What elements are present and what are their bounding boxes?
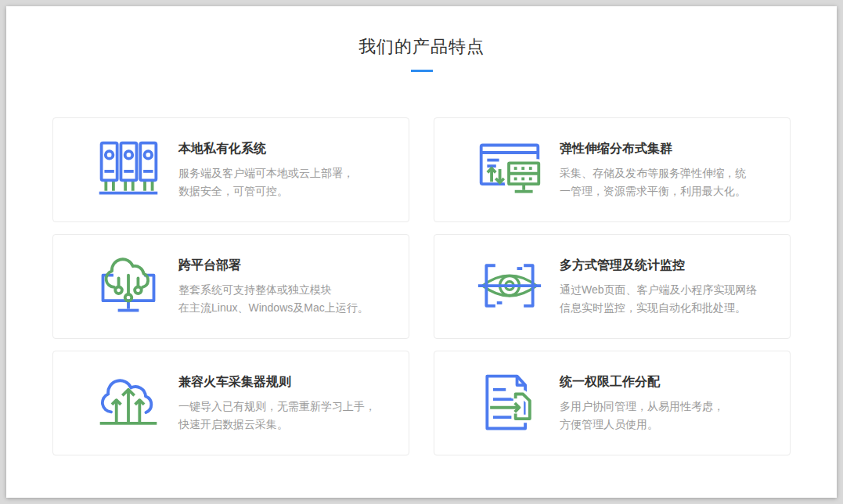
desc-line: 方便管理人员使用。 [560,418,658,430]
feature-card-elastic-cluster: 弹性伸缩分布式集群 采集、存储及发布等服务弹性伸缩，统 一管理，资源需求平衡，利… [434,117,791,222]
desc-line: 快速开启数据云采集。 [178,418,288,430]
document-assign-icon [476,369,543,437]
feature-text: 兼容火车采集器规则 一键导入已有规则，无需重新学习上手， 快速开启数据云采集。 [178,373,409,434]
desc-line: 在主流Linux、Windows及Mac上运行。 [178,301,369,314]
desc-line: 多用户协同管理，从易用性考虑， [560,400,724,412]
feature-title: 多方式管理及统计监控 [560,257,774,274]
title-underline [411,70,433,72]
feature-card-permissions: 统一权限工作分配 多用户协同管理，从易用性考虑， 方便管理人员使用。 [434,351,791,455]
feature-title: 本地私有化系统 [178,140,393,157]
feature-title: 跨平台部署 [178,257,393,274]
feature-title: 兼容火车采集器规则 [178,373,393,391]
cloud-import-icon [95,369,162,437]
elastic-cluster-icon [476,136,543,203]
feature-card-import-rules: 兼容火车采集器规则 一键导入已有规则，无需重新学习上手， 快速开启数据云采集。 [52,351,409,455]
feature-text: 本地私有化系统 服务端及客户端可本地或云上部署， 数据安全，可管可控。 [178,140,409,200]
desc-line: 一管理，资源需求平衡，利用最大化。 [560,185,746,197]
desc-line: 采集、存储及发布等服务弹性伸缩，统 [560,167,746,179]
features-section: 我们的产品特点 [6,6,837,498]
feature-description: 整套系统可支持整体或独立模块 在主流Linux、Windows及Mac上运行。 [178,281,393,317]
section-header: 我们的产品特点 [6,6,837,72]
feature-text: 弹性伸缩分布式集群 采集、存储及发布等服务弹性伸缩，统 一管理，资源需求平衡，利… [560,140,790,200]
feature-description: 多用户协同管理，从易用性考虑， 方便管理人员使用。 [560,398,774,434]
desc-line: 服务端及客户端可本地或云上部署， [178,167,354,179]
feature-card-local-system: 本地私有化系统 服务端及客户端可本地或云上部署， 数据安全，可管可控。 [52,117,409,222]
desc-line: 数据安全，可管可控。 [178,185,288,197]
feature-description: 通过Web页面、客户端及小程序实现网络 信息实时监控，实现自动化和批处理。 [560,281,774,317]
feature-title: 弹性伸缩分布式集群 [560,140,774,157]
feature-card-cross-platform: 跨平台部署 整套系统可支持整体或独立模块 在主流Linux、Windows及Ma… [52,234,409,339]
feature-grid: 本地私有化系统 服务端及客户端可本地或云上部署， 数据安全，可管可控。 [52,117,791,455]
desc-line: 通过Web页面、客户端及小程序实现网络 [560,283,758,296]
desc-line: 信息实时监控，实现自动化和批处理。 [560,301,746,314]
feature-title: 统一权限工作分配 [560,373,774,391]
feature-text: 跨平台部署 整套系统可支持整体或独立模块 在主流Linux、Windows及Ma… [178,257,409,317]
section-title: 我们的产品特点 [6,34,837,59]
feature-card-monitoring: 多方式管理及统计监控 通过Web页面、客户端及小程序实现网络 信息实时监控，实现… [434,234,791,339]
feature-text: 统一权限工作分配 多用户协同管理，从易用性考虑， 方便管理人员使用。 [560,373,790,434]
monitor-eye-icon [476,253,543,320]
feature-description: 服务端及客户端可本地或云上部署， 数据安全，可管可控。 [178,164,393,200]
desc-line: 整套系统可支持整体或独立模块 [178,283,332,296]
feature-description: 采集、存储及发布等服务弹性伸缩，统 一管理，资源需求平衡，利用最大化。 [560,164,774,200]
feature-text: 多方式管理及统计监控 通过Web页面、客户端及小程序实现网络 信息实时监控，实现… [560,257,790,317]
cross-platform-icon [95,253,162,320]
local-servers-icon [95,136,162,203]
desc-line: 一键导入已有规则，无需重新学习上手， [178,400,376,412]
feature-description: 一键导入已有规则，无需重新学习上手， 快速开启数据云采集。 [178,398,393,434]
